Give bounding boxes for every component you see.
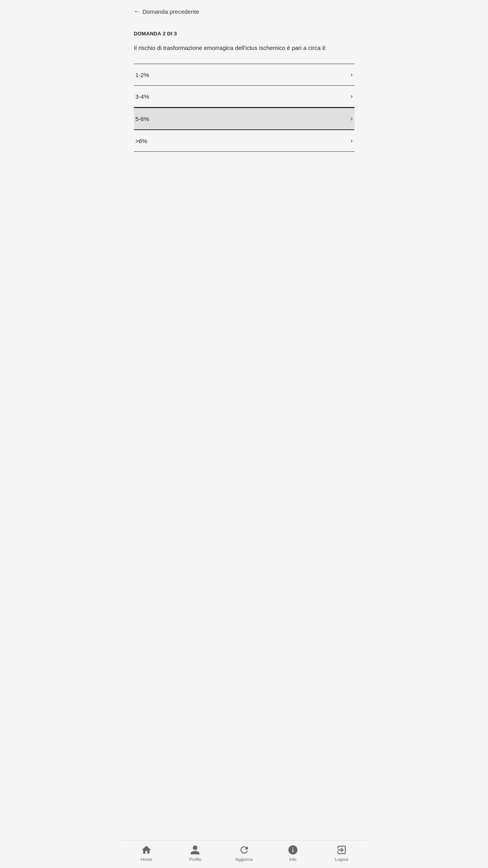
nav-logout-label: Logout [335,857,349,862]
option-3-4[interactable]: 3-4% › [134,86,354,107]
nav-profilo-label: Profilo [189,857,201,862]
logout-icon [336,844,347,855]
profilo-icon [190,844,201,855]
chevron-right-icon: › [350,71,352,78]
question-label: DOMANDA 2 DI 3 [134,31,354,37]
option-gt6[interactable]: >6% › [134,130,354,152]
nav-info[interactable]: Info [268,844,317,862]
aggiorna-icon [238,844,250,855]
home-icon [141,844,152,855]
back-navigation[interactable]: ← Domanda precedente [134,8,354,15]
main-content: ← Domanda precedente DOMANDA 2 DI 3 Il r… [122,0,366,868]
options-list: 1-2% › 3-4% › 5-6% › >6% › [134,64,354,152]
option-3-4-label: 3-4% [136,93,149,100]
nav-aggiorna-label: Aggiorna [235,857,253,862]
back-arrow-icon: ← [134,8,140,15]
info-icon [287,844,298,855]
nav-aggiorna[interactable]: Aggiorna [220,844,268,862]
chevron-right-icon: › [350,115,352,122]
option-1-2-label: 1-2% [136,72,149,78]
question-text: Il rischio di trasformazione emorragica … [134,44,354,52]
option-gt6-label: >6% [136,138,147,144]
nav-home[interactable]: Home [122,844,171,862]
option-5-6[interactable]: 5-6% › [134,107,354,130]
nav-logout[interactable]: Logout [317,844,366,862]
chevron-right-icon: › [350,93,352,100]
nav-profilo[interactable]: Profilo [171,844,220,862]
option-5-6-label: 5-6% [136,116,149,122]
bottom-navigation: Home Profilo Aggiorna Info [122,840,366,868]
back-label: Domanda precedente [143,8,199,15]
chevron-right-icon: › [350,137,352,144]
option-1-2[interactable]: 1-2% › [134,64,354,86]
nav-home-label: Home [141,857,152,862]
nav-info-label: Info [289,857,296,862]
